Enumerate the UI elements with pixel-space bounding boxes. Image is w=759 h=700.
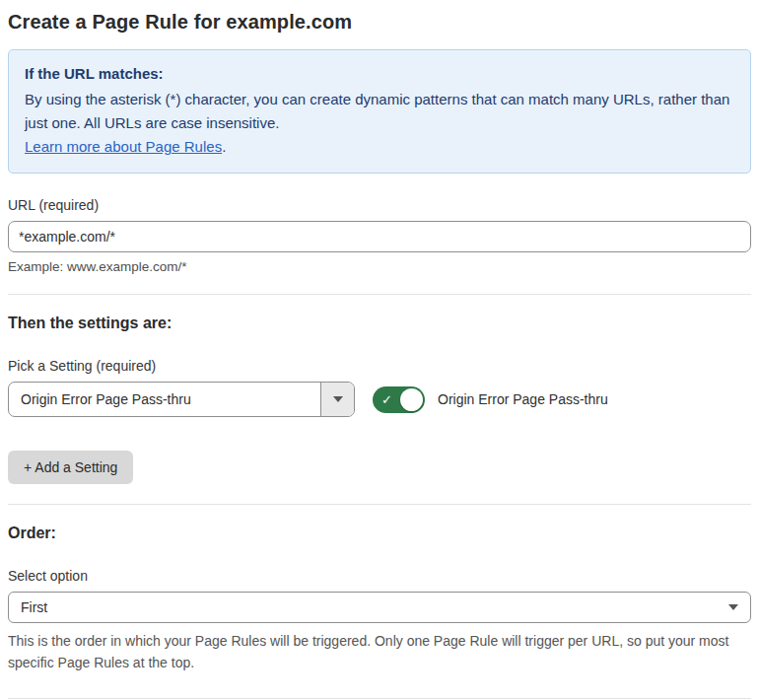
info-box-link-row: Learn more about Page Rules. (25, 135, 734, 159)
chevron-down-icon (333, 396, 343, 402)
divider (8, 504, 751, 505)
info-box-body: By using the asterisk (*) character, you… (25, 88, 734, 135)
divider (8, 294, 751, 295)
setting-select-value: Origin Error Page Pass-thru (9, 383, 320, 416)
setting-toggle-label: Origin Error Page Pass-thru (438, 391, 608, 407)
order-select-label: Select option (8, 568, 751, 584)
toggle-knob (400, 388, 423, 411)
link-period: . (222, 138, 226, 155)
learn-more-link[interactable]: Learn more about Page Rules (25, 138, 222, 155)
url-example-helper: Example: www.example.com/* (8, 259, 751, 274)
order-helper-text: This is the order in which your Page Rul… (8, 630, 751, 673)
check-icon: ✓ (381, 393, 392, 406)
divider (8, 698, 751, 699)
setting-toggle[interactable]: ✓ (373, 386, 425, 413)
order-select-value: First (9, 593, 717, 622)
url-input[interactable] (8, 221, 751, 252)
pick-setting-label: Pick a Setting (required) (8, 358, 751, 374)
settings-section-heading: Then the settings are: (8, 315, 751, 332)
order-section-heading: Order: (8, 525, 751, 542)
setting-row: Origin Error Page Pass-thru ✓ Origin Err… (8, 382, 751, 417)
info-box-heading: If the URL matches: (25, 62, 734, 86)
url-field-label: URL (required) (8, 197, 751, 213)
order-select-arrow (717, 593, 750, 622)
add-setting-button[interactable]: + Add a Setting (8, 451, 133, 484)
setting-select-arrow-button[interactable] (320, 383, 354, 416)
setting-select[interactable]: Origin Error Page Pass-thru (8, 382, 355, 417)
order-select[interactable]: First (8, 592, 751, 623)
url-match-info-box: If the URL matches: By using the asteris… (8, 49, 751, 174)
chevron-down-icon (728, 604, 738, 610)
page-title: Create a Page Rule for example.com (8, 11, 751, 34)
